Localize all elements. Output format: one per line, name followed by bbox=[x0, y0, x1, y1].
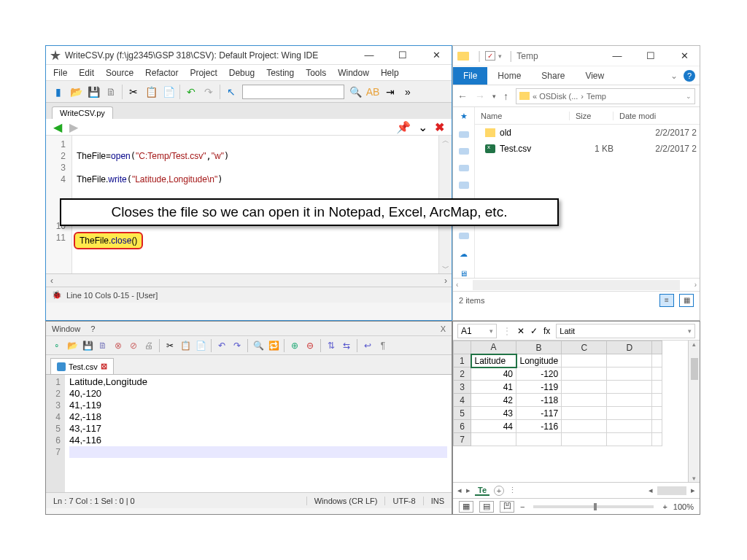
expand-ribbon-icon[interactable]: ⌄ bbox=[670, 71, 678, 81]
sheet-tab[interactable]: Te bbox=[475, 486, 489, 496]
undo-icon[interactable]: ↶ bbox=[215, 339, 228, 352]
cut-icon[interactable]: ✂ bbox=[163, 339, 177, 352]
zoom-in-icon[interactable]: ⊕ bbox=[288, 339, 301, 352]
close-button[interactable]: ✕ bbox=[673, 49, 695, 63]
row-header[interactable]: 4 bbox=[454, 394, 471, 407]
sidebar-icon[interactable] bbox=[459, 233, 469, 239]
col-name[interactable]: Name bbox=[475, 112, 570, 120]
details-view-icon[interactable]: ≡ bbox=[659, 294, 674, 307]
breadcrumb-part[interactable]: Temp bbox=[587, 92, 606, 101]
sheet-nav-left-icon[interactable]: ◂ bbox=[457, 486, 462, 495]
icons-view-icon[interactable]: ▦ bbox=[679, 294, 694, 307]
cell[interactable] bbox=[562, 394, 607, 407]
enter-icon[interactable]: ✓ bbox=[530, 326, 538, 336]
search-input[interactable] bbox=[242, 85, 344, 99]
save-icon[interactable]: 💾 bbox=[81, 339, 94, 352]
this-pc-icon[interactable]: 🖥 bbox=[460, 269, 468, 278]
close-button[interactable]: ✕ bbox=[425, 48, 447, 63]
cell[interactable]: 43 bbox=[471, 407, 516, 420]
minimize-button[interactable]: — bbox=[358, 48, 380, 63]
chevron-down-icon[interactable]: ⌄ bbox=[686, 93, 692, 100]
cell[interactable]: -119 bbox=[516, 381, 562, 394]
wrap-icon[interactable]: ↩ bbox=[361, 339, 374, 352]
step-icon[interactable]: ⇥ bbox=[384, 85, 397, 98]
nav-forward-icon[interactable]: → bbox=[475, 90, 485, 102]
minimize-button[interactable]: — bbox=[606, 49, 628, 63]
page-break-view-icon[interactable]: 凹 bbox=[500, 501, 514, 513]
menu-tools[interactable]: Tools bbox=[306, 68, 326, 78]
nav-history-icon[interactable]: ▾ bbox=[492, 93, 496, 100]
add-sheet-icon[interactable]: + bbox=[494, 486, 504, 496]
close-tab-icon[interactable]: ⊠ bbox=[101, 362, 107, 371]
quick-access-icon[interactable]: ★ bbox=[460, 112, 468, 121]
save-all-icon[interactable]: 🗎 bbox=[96, 339, 109, 352]
cell[interactable]: 40 bbox=[471, 368, 516, 381]
cell[interactable]: 41 bbox=[471, 381, 516, 394]
explorer-hscroll[interactable]: ‹› bbox=[453, 278, 700, 291]
ribbon-share[interactable]: Share bbox=[531, 68, 575, 84]
cell[interactable]: -118 bbox=[516, 394, 562, 407]
vertical-scrollbar[interactable]: ▴▾ bbox=[688, 341, 700, 482]
row-header[interactable]: 6 bbox=[454, 420, 471, 433]
close-all-icon[interactable]: ⊘ bbox=[127, 339, 140, 352]
cell[interactable]: Longitude bbox=[516, 354, 562, 368]
row-header[interactable]: 7 bbox=[454, 433, 471, 446]
show-all-icon[interactable]: ¶ bbox=[376, 339, 390, 352]
explorer-sidebar[interactable]: ★ ☁ 🖥 bbox=[453, 107, 475, 278]
page-layout-view-icon[interactable]: ▤ bbox=[479, 501, 494, 513]
menu-window[interactable]: Window bbox=[338, 68, 369, 78]
save-icon[interactable]: 💾 bbox=[87, 85, 100, 98]
onedrive-icon[interactable]: ☁ bbox=[460, 249, 468, 259]
row-header[interactable]: 2 bbox=[454, 368, 471, 381]
close-button[interactable]: X bbox=[441, 324, 446, 333]
sidebar-icon[interactable] bbox=[459, 131, 469, 138]
search-icon[interactable]: 🔍 bbox=[349, 85, 362, 98]
cell[interactable] bbox=[562, 381, 607, 394]
hscroll-right-icon[interactable]: ▸ bbox=[691, 486, 695, 495]
menu-window[interactable]: Window bbox=[52, 324, 80, 333]
open-icon[interactable]: 📂 bbox=[66, 339, 79, 352]
horizontal-scrollbar[interactable]: ‹› bbox=[46, 273, 452, 287]
maximize-button[interactable]: ☐ bbox=[640, 49, 662, 63]
undo-icon[interactable]: ↶ bbox=[185, 85, 198, 98]
cell[interactable] bbox=[562, 407, 607, 420]
redo-icon[interactable]: ↷ bbox=[202, 85, 215, 98]
column-headers[interactable]: Name Size Date modi bbox=[475, 107, 700, 125]
close-doc-icon[interactable]: ⊗ bbox=[112, 339, 125, 352]
cell[interactable] bbox=[562, 368, 607, 381]
address-bar[interactable]: « OSDisk (... › Temp ⌄ bbox=[516, 88, 695, 104]
explorer-titlebar[interactable]: | ✓ ▾ | Temp — ☐ ✕ bbox=[453, 46, 700, 66]
pin-icon[interactable]: 📌 bbox=[396, 120, 411, 134]
file-row[interactable]: Test.csv 1 KB 2/2/2017 2 bbox=[475, 141, 700, 157]
redo-icon[interactable]: ↷ bbox=[231, 339, 244, 352]
run-back-icon[interactable]: ◀ bbox=[53, 120, 62, 134]
cell[interactable] bbox=[607, 394, 652, 407]
sidebar-icon[interactable] bbox=[459, 165, 469, 171]
cell[interactable] bbox=[562, 354, 607, 368]
paste-icon[interactable]: 📄 bbox=[194, 339, 207, 352]
wing-titlebar[interactable]: WriteCSV.py (f:\jg2345\GSP 318\CSV): Def… bbox=[46, 46, 452, 65]
cell[interactable] bbox=[607, 420, 652, 433]
menu-project[interactable]: Project bbox=[190, 68, 217, 78]
find-replace-icon[interactable]: AB bbox=[366, 85, 379, 98]
replace-icon[interactable]: 🔁 bbox=[267, 339, 280, 352]
menu-testing[interactable]: Testing bbox=[266, 68, 294, 78]
sidebar-icon[interactable] bbox=[459, 182, 469, 188]
col-header[interactable]: C bbox=[562, 341, 607, 354]
cell[interactable]: 42 bbox=[471, 394, 516, 407]
close-tab-icon[interactable]: ✖ bbox=[435, 120, 444, 134]
cell[interactable] bbox=[562, 433, 607, 446]
cell[interactable] bbox=[516, 433, 562, 446]
help-icon[interactable]: ? bbox=[684, 70, 695, 82]
copy-icon[interactable]: 📋 bbox=[144, 85, 158, 98]
excel-grid[interactable]: A B C D 1LatitudeLongitude 240-120 341-1… bbox=[453, 341, 700, 482]
menu-file[interactable]: File bbox=[53, 68, 67, 78]
qat-dropdown-icon[interactable]: ▾ bbox=[498, 52, 502, 60]
sheet-nav-right-icon[interactable]: ▸ bbox=[466, 486, 471, 495]
col-header[interactable]: A bbox=[471, 341, 516, 354]
cursor-icon[interactable]: ↖ bbox=[225, 85, 238, 98]
ribbon-file[interactable]: File bbox=[453, 67, 487, 85]
cell[interactable] bbox=[562, 420, 607, 433]
nav-up-icon[interactable]: ↑ bbox=[503, 90, 508, 102]
menu-help[interactable]: ? bbox=[90, 324, 95, 333]
